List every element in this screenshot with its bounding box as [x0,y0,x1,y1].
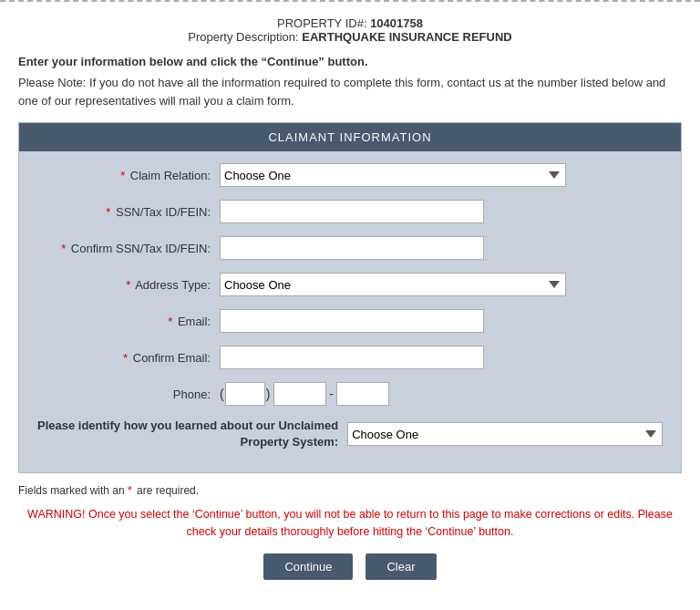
required-note-star: * [128,484,132,497]
phone-area-input[interactable] [225,382,265,406]
claim-relation-label: * Claim Relation: [37,169,220,182]
email-input[interactable] [220,309,484,333]
phone-label: Phone: [37,388,220,401]
claim-relation-select[interactable]: Choose One [220,163,566,187]
required-note: Fields marked with an * are required. [18,484,682,497]
ssn-label: * SSN/Tax ID/FEIN: [37,205,220,219]
button-row: Continue Clear [18,553,682,580]
continue-button[interactable]: Continue [263,553,353,580]
confirm-email-required-star: * [123,351,128,365]
unclaimed-label: Please identify how you learned about ou… [37,418,347,450]
page-header: PROPERTY ID#: 10401758 Property Descript… [18,11,682,44]
property-description: Property Description: EARTHQUAKE INSURAN… [18,30,682,44]
confirm-email-input[interactable] [220,346,484,369]
ssn-row: * SSN/Tax ID/FEIN: [37,197,663,226]
address-type-row: * Address Type: Choose One [37,270,663,299]
phone-row: Phone: ( ) - [37,379,663,408]
claim-relation-required-star: * [120,169,125,182]
confirm-ssn-row: * Confirm SSN/Tax ID/FEIN: [37,233,663,263]
confirm-ssn-required-star: * [61,242,66,255]
email-required-star: * [168,315,172,328]
phone-last-input[interactable] [336,382,389,406]
warning-text: WARNING! Once you select the ‘Continue’ … [18,506,682,541]
instructions-bold: Enter your information below and click t… [18,55,682,68]
confirm-email-label: * Confirm Email: [37,351,220,365]
clear-button[interactable]: Clear [365,553,436,580]
email-row: * Email: [37,306,663,336]
confirm-ssn-label: * Confirm SSN/Tax ID/FEIN: [37,242,220,255]
property-id: PROPERTY ID#: 10401758 [18,16,682,30]
confirm-email-row: * Confirm Email: [37,343,663,372]
phone-dash: - [329,387,334,401]
ssn-required-star: * [106,205,110,219]
instructions-note: Please Note: If you do not have all the … [18,74,682,109]
claim-relation-row: * Claim Relation: Choose One [37,160,663,190]
unclaimed-select[interactable]: Choose One [347,422,663,446]
address-type-label: * Address Type: [37,278,220,292]
form-section-title: CLAIMANT INFORMATION [19,123,681,151]
address-type-required-star: * [126,278,130,292]
address-type-select[interactable]: Choose One [220,273,566,296]
form-body: * Claim Relation: Choose One * SSN/Tax I… [19,151,681,472]
email-label: * Email: [37,315,220,328]
claimant-form: CLAIMANT INFORMATION * Claim Relation: C… [18,122,682,473]
phone-paren-open: ( [220,387,224,401]
confirm-ssn-input[interactable] [220,236,484,260]
phone-fields: ( ) - [220,382,389,406]
phone-paren-close: ) [266,387,271,401]
phone-middle-input[interactable] [273,382,326,406]
unclaimed-row: Please identify how you learned about ou… [37,416,663,452]
ssn-input[interactable] [220,200,484,223]
